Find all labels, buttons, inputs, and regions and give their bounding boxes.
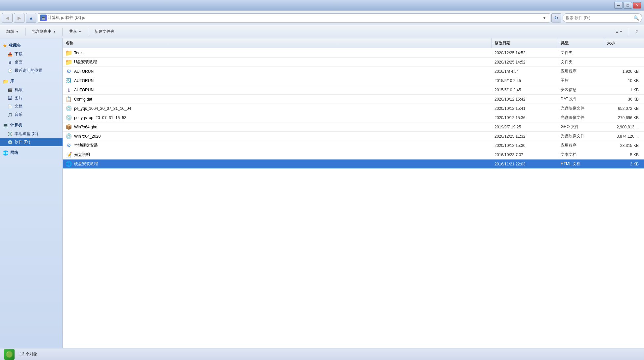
file-type: 文件夹 [558, 49, 604, 57]
sidebar-favorites-header[interactable]: ★ 收藏夹 [0, 41, 63, 50]
table-row[interactable]: 📁 U盘安装教程 2020/12/25 14:52 文件夹 [63, 58, 644, 67]
file-icon: 💿 [65, 105, 72, 112]
table-row[interactable]: 💿 Win7x64_2020 2020/12/25 11:32 光盘映像文件 3… [63, 132, 644, 141]
col-header-modified[interactable]: 修改日期 [492, 38, 558, 48]
file-size [604, 52, 644, 54]
toolbar-separator-4 [629, 28, 629, 36]
status-app-icon: 🟢 [4, 349, 15, 360]
help-button[interactable]: ? [632, 27, 641, 37]
col-header-size[interactable]: 大小 [604, 38, 644, 48]
documents-icon: 📄 [7, 104, 13, 109]
up-button[interactable]: ▲ [26, 13, 36, 23]
downloads-icon: 📥 [7, 52, 13, 57]
main-area: ★ 收藏夹 📥 下载 🖥 桌面 🕐 最近访问的位置 📁 库 [0, 38, 644, 348]
forward-button[interactable]: ▶ [14, 13, 24, 23]
sidebar-item-drive-d[interactable]: 💿 软件 (D:) [0, 138, 63, 146]
file-size: 36 KB [604, 96, 644, 103]
back-button[interactable]: ◀ [2, 13, 13, 23]
file-icon: ⚙ [65, 142, 72, 149]
include-library-button[interactable]: 包含到库中 ▼ [28, 27, 60, 37]
view-arrow-icon: ▼ [619, 30, 623, 33]
col-header-name[interactable]: 名称 [63, 38, 492, 48]
file-name-cell: ⚙ AUTORUN [63, 67, 492, 76]
file-type: DAT 文件 [558, 95, 604, 103]
file-name-cell: 🌐 硬盘安装教程 [63, 160, 492, 168]
file-icon: 🖼 [65, 77, 72, 84]
breadcrumb-computer-icon: 💻 [40, 15, 47, 21]
sidebar-downloads-label: 下载 [15, 51, 22, 57]
file-type: 应用程序 [558, 68, 604, 75]
minimize-button[interactable]: ─ [614, 2, 623, 9]
organize-label: 组织 [6, 29, 14, 34]
file-date: 2020/12/25 11:32 [492, 133, 558, 140]
file-date: 2020/12/25 14:52 [492, 59, 558, 66]
file-type: HTML 文档 [558, 160, 604, 168]
sidebar-item-recent[interactable]: 🕐 最近访问的位置 [0, 67, 63, 75]
share-button[interactable]: 共享 ▼ [65, 27, 85, 37]
table-row[interactable]: 💿 pe_yqs_1064_20_07_31_16_04 2020/10/12 … [63, 104, 644, 113]
breadcrumb-dropdown-button[interactable]: ▼ [541, 15, 548, 21]
breadcrumb-bar[interactable]: 💻 计算机 ▶ 软件 (D:) ▶ ▼ [38, 13, 550, 22]
table-row[interactable]: 📋 Config.dat 2020/10/12 15:42 DAT 文件 36 … [63, 95, 644, 104]
table-row[interactable]: ⚙ 本地硬盘安装 2020/10/12 15:30 应用程序 28,315 KB [63, 141, 644, 150]
maximize-button[interactable]: □ [623, 2, 632, 9]
view-button[interactable]: ≡ ▼ [612, 27, 626, 37]
file-name-cell: ℹ AUTORUN [63, 86, 492, 94]
search-input[interactable] [566, 16, 632, 20]
share-label: 共享 [69, 29, 77, 34]
table-row[interactable]: 💿 pe_yqs_xp_20_07_31_15_53 2020/10/12 15… [63, 113, 644, 122]
file-name: AUTORUN [74, 78, 94, 83]
file-type: 文件夹 [558, 58, 604, 66]
table-row[interactable]: ⚙ AUTORUN 2016/1/8 4:54 应用程序 1,926 KB [63, 67, 644, 76]
sidebar-desktop-label: 桌面 [15, 60, 22, 65]
file-type: 图标 [558, 77, 604, 84]
file-date: 2019/9/7 19:25 [492, 124, 558, 130]
sidebar-item-drive-c[interactable]: 💽 本地磁盘 (C:) [0, 130, 63, 138]
file-name: AUTORUN [74, 88, 94, 92]
file-size: 652,072 KB [604, 105, 644, 112]
sidebar-item-video[interactable]: 🎬 视频 [0, 86, 63, 94]
sidebar-recent-label: 最近访问的位置 [15, 68, 42, 73]
table-row[interactable]: 🌐 硬盘安装教程 2016/11/21 22:03 HTML 文档 3 KB [63, 159, 644, 169]
sidebar-item-documents[interactable]: 📄 文档 [0, 102, 63, 111]
table-row[interactable]: 📁 Tools 2020/12/25 14:52 文件夹 [63, 48, 644, 58]
search-icon[interactable]: 🔍 [633, 15, 639, 21]
drive-d-icon: 💿 [7, 140, 13, 145]
view-icon: ≡ [616, 29, 618, 34]
sidebar-item-images[interactable]: 🖼 图片 [0, 94, 63, 102]
file-type: 光盘映像文件 [558, 114, 604, 121]
organize-button[interactable]: 组织 ▼ [3, 27, 22, 37]
include-library-label: 包含到库中 [32, 29, 52, 34]
table-row[interactable]: ℹ AUTORUN 2015/5/10 2:45 安装信息 1 KB [63, 85, 644, 95]
col-header-type[interactable]: 类型 [558, 38, 604, 48]
file-name-cell: 💿 pe_yqs_xp_20_07_31_15_53 [63, 113, 492, 122]
file-name: pe_yqs_xp_20_07_31_15_53 [74, 115, 126, 120]
breadcrumb-drive-d[interactable]: 软件 (D:) [65, 15, 81, 21]
include-library-arrow-icon: ▼ [53, 30, 56, 33]
file-icon: ⚙ [65, 68, 72, 75]
close-button[interactable]: ✕ [633, 2, 641, 9]
sidebar-favorites-label: 收藏夹 [9, 43, 21, 48]
breadcrumb-computer[interactable]: 计算机 [48, 15, 60, 21]
table-row[interactable]: 🖼 AUTORUN 2015/5/10 2:45 图标 10 KB [63, 76, 644, 85]
sidebar-item-music[interactable]: 🎵 音乐 [0, 111, 63, 119]
sidebar-library-header[interactable]: 📁 库 [0, 77, 63, 86]
network-icon: 🌐 [3, 150, 8, 156]
file-name: Win7x64.gho [74, 125, 97, 129]
table-row[interactable]: 📝 光盘说明 2016/10/23 7:07 文本文档 5 KB [63, 150, 644, 159]
table-row[interactable]: 📦 Win7x64.gho 2019/9/7 19:25 GHO 文件 2,90… [63, 122, 644, 132]
sidebar-item-downloads[interactable]: 📥 下载 [0, 50, 63, 58]
sidebar-item-desktop[interactable]: 🖥 桌面 [0, 58, 63, 67]
search-bar[interactable]: 🔍 [563, 13, 642, 22]
sidebar-computer-header[interactable]: 💻 计算机 [0, 121, 63, 130]
sidebar-network-header[interactable]: 🌐 网络 [0, 148, 63, 157]
file-icon: ℹ [65, 87, 72, 93]
refresh-button[interactable]: ↻ [551, 13, 561, 22]
file-type: GHO 文件 [558, 123, 604, 131]
file-date: 2020/10/12 15:42 [492, 96, 558, 103]
file-name: 硬盘安装教程 [74, 161, 98, 167]
file-type: 应用程序 [558, 142, 604, 149]
video-icon: 🎬 [7, 87, 13, 93]
new-folder-button[interactable]: 新建文件夹 [91, 27, 118, 37]
file-name: U盘安装教程 [74, 59, 97, 65]
